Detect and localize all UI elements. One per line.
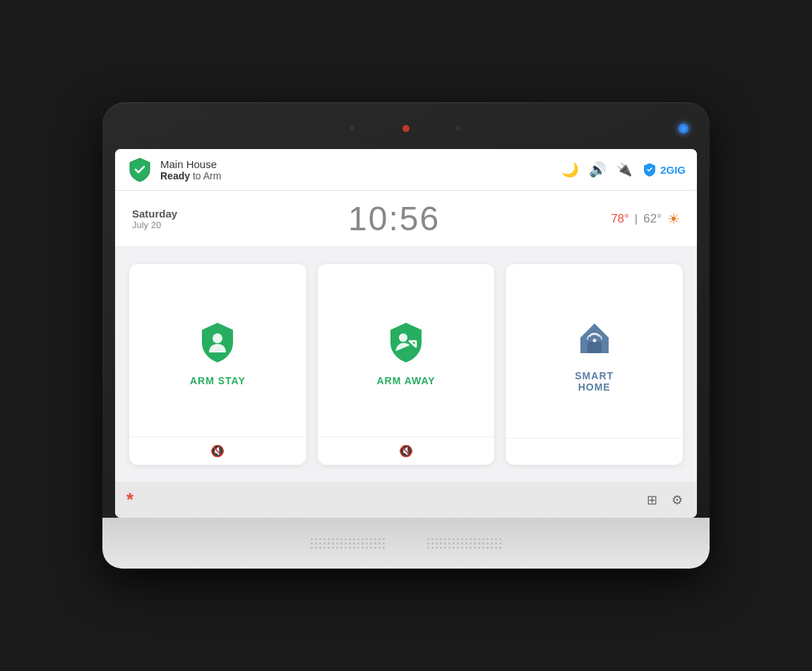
arm-away-card[interactable]: ARM AWAY 🔇 — [318, 264, 495, 465]
svg-rect-3 — [587, 342, 602, 353]
arm-away-footer[interactable]: 🔇 — [318, 437, 495, 465]
smart-home-icon — [572, 315, 617, 360]
svg-point-4 — [592, 339, 596, 343]
status-label: Ready to Arm — [160, 170, 221, 182]
arm-stay-card-main: ARM STAY — [176, 264, 260, 437]
security-panel-device: Main House Ready to Arm 🌙 🔊 🔌 2GIG — [102, 102, 710, 569]
led-indicator — [679, 124, 688, 133]
arm-away-icon — [383, 320, 429, 365]
main-content: ARM STAY 🔇 ARM AWAY — [115, 247, 697, 482]
svg-point-0 — [213, 333, 222, 343]
camera — [402, 125, 410, 132]
smart-home-footer — [506, 438, 683, 465]
temp-high: 78° — [611, 212, 629, 226]
keyboard-icon[interactable]: ⊞ — [644, 489, 660, 511]
moon-icon[interactable]: 🌙 — [561, 161, 579, 178]
day-label: Saturday — [132, 208, 177, 220]
panic-button[interactable]: * — [126, 489, 133, 511]
header-title: Main House Ready to Arm — [160, 158, 221, 182]
date-label: July 20 — [132, 220, 177, 230]
svg-point-1 — [399, 333, 407, 342]
brand-name: 2GIG — [660, 164, 686, 176]
sun-icon: ☀ — [667, 210, 680, 227]
sensor-left — [350, 126, 354, 131]
speaker-left: document.currentScript.insertAdjacentHTM… — [311, 538, 385, 549]
arm-stay-icon — [195, 320, 240, 365]
datetime-bar: Saturday July 20 10:56 78° | 62° ☀ — [115, 191, 697, 247]
arm-stay-label: ARM STAY — [190, 375, 246, 386]
speaker-right: document.currentScript.insertAdjacentHTM… — [427, 538, 501, 549]
status-ready: Ready — [160, 170, 190, 182]
time-display: 10:56 — [348, 199, 440, 238]
screen: Main House Ready to Arm 🌙 🔊 🔌 2GIG — [115, 149, 697, 518]
arm-away-label: ARM AWAY — [376, 375, 435, 386]
power-icon[interactable]: 🔌 — [616, 162, 632, 177]
smart-home-card-main: SMARTHOME — [558, 264, 631, 438]
location-label: Main House — [160, 158, 221, 170]
sensor-right — [455, 126, 460, 131]
volume-icon[interactable]: 🔊 — [589, 161, 607, 178]
arm-stay-footer[interactable]: 🔇 — [129, 437, 306, 465]
arm-stay-mute-icon: 🔇 — [210, 444, 225, 458]
settings-icon[interactable]: ⚙ — [669, 489, 686, 511]
bottom-bar: * ⊞ ⚙ — [115, 482, 697, 518]
smart-home-card[interactable]: SMARTHOME — [506, 264, 683, 465]
smart-home-label: SMARTHOME — [575, 370, 614, 393]
arm-stay-card[interactable]: ARM STAY 🔇 — [129, 264, 306, 465]
header-bar: Main House Ready to Arm 🌙 🔊 🔌 2GIG — [115, 149, 697, 191]
header-left: Main House Ready to Arm — [126, 156, 221, 183]
temp-low: 62° — [643, 212, 662, 226]
header-right: 🌙 🔊 🔌 2GIG — [561, 161, 686, 178]
brand-logo: 2GIG — [642, 162, 686, 177]
bottom-right-icons: ⊞ ⚙ — [644, 489, 686, 511]
weather-section: 78° | 62° ☀ — [611, 210, 680, 227]
date-section: Saturday July 20 — [132, 208, 177, 230]
brand-shield-icon — [642, 162, 657, 177]
speaker-bezel: document.currentScript.insertAdjacentHTM… — [102, 518, 710, 569]
status-suffix: to Arm — [190, 170, 221, 182]
top-bezel — [115, 115, 697, 146]
arm-away-mute-icon: 🔇 — [399, 444, 413, 458]
shield-logo — [126, 156, 153, 183]
arm-away-card-main: ARM AWAY — [362, 264, 449, 437]
